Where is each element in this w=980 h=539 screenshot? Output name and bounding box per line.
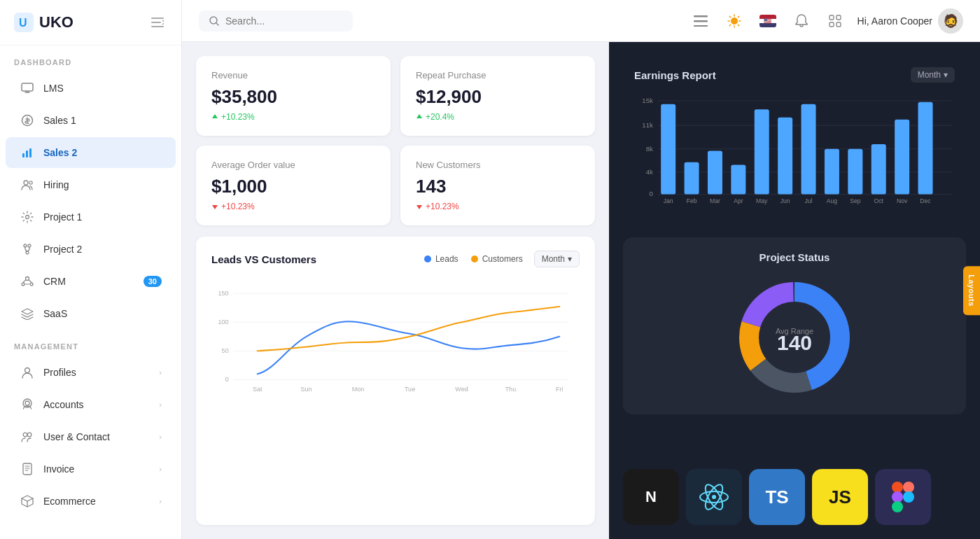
sidebar-item-saas[interactable]: SaaS	[6, 298, 176, 329]
grid-icon[interactable]	[824, 10, 846, 32]
project-status-title: Project Status	[760, 251, 830, 263]
svg-text:11k: 11k	[642, 121, 653, 129]
person-icon	[20, 365, 35, 380]
svg-text:May: May	[756, 197, 768, 204]
customers-change: +10.23%	[416, 202, 580, 211]
svg-text:Aug: Aug	[827, 197, 837, 204]
svg-text:Tue: Tue	[405, 386, 415, 393]
sidebar-item-profiles[interactable]: Profiles ›	[6, 357, 176, 388]
sidebar-item-usercontact[interactable]: User & Contact ›	[6, 421, 176, 452]
tech-logos: N TS JS	[623, 469, 966, 525]
repeat-label: Repeat Purchase	[416, 70, 580, 80]
sidebar-item-invoice[interactable]: Invoice ›	[6, 454, 176, 484]
sidebar-item-hiring[interactable]: Hiring	[6, 169, 176, 200]
box-icon	[20, 493, 35, 509]
accounts-label: Accounts	[43, 399, 150, 410]
sidebar-item-lms[interactable]: LMS	[6, 73, 176, 104]
saas-label: SaaS	[43, 308, 162, 319]
logo-icon: U	[14, 13, 34, 32]
sidebar-item-project1[interactable]: Project 1	[6, 202, 176, 232]
stat-card-order: Average Order value $1,000 +10.23%	[196, 146, 391, 225]
figma-logo	[875, 469, 931, 525]
svg-rect-61	[708, 151, 722, 195]
sidebar: U UKO DASHBOARD LMS Sales 1 Sales	[0, 0, 182, 539]
leads-dropdown-icon: ▾	[568, 254, 572, 264]
svg-point-12	[26, 216, 29, 219]
svg-rect-27	[694, 20, 708, 22]
svg-rect-9	[29, 148, 31, 158]
search-box[interactable]	[199, 10, 353, 31]
svg-text:Feb: Feb	[687, 197, 697, 204]
svg-rect-26	[694, 15, 708, 18]
svg-text:Oct: Oct	[874, 197, 884, 204]
leads-month-select[interactable]: Month ▾	[534, 251, 580, 267]
content: Revenue $35,800 +10.23% Repeat Purchase …	[182, 42, 980, 539]
order-value: $1,000	[211, 176, 375, 197]
svg-rect-67	[848, 149, 862, 195]
collapse-icon	[151, 18, 164, 27]
sidebar-item-crm[interactable]: CRM 30	[6, 266, 176, 297]
svg-rect-8	[26, 150, 28, 158]
leads-dot	[424, 255, 431, 262]
project-status-card: Project Status	[623, 237, 966, 414]
customers-label: New Customers	[416, 160, 580, 170]
account-icon	[20, 397, 35, 412]
avatar: 🧔	[938, 8, 963, 34]
down-arrow-icon	[211, 203, 218, 210]
sidebar-item-project2[interactable]: Project 2	[6, 234, 176, 265]
user-name: Hi, Aaron Cooper	[858, 15, 932, 27]
customers-legend-label: Customers	[482, 254, 523, 264]
profiles-arrow: ›	[159, 368, 162, 377]
user-info[interactable]: Hi, Aaron Cooper 🧔	[858, 8, 963, 34]
svg-text:Jun: Jun	[780, 197, 790, 204]
theme-icon[interactable]	[723, 10, 746, 32]
svg-text:Wed: Wed	[455, 386, 468, 393]
svg-point-11	[29, 181, 32, 184]
svg-rect-7	[22, 153, 24, 158]
svg-point-17	[22, 283, 24, 286]
project1-label: Project 1	[43, 211, 162, 223]
sidebar-item-ecommerce[interactable]: Ecommerce ›	[6, 486, 176, 517]
up-arrow-icon2	[416, 113, 423, 120]
leads-legend: Leads Customers	[424, 254, 523, 264]
svg-text:Fri: Fri	[556, 386, 564, 393]
nextjs-icon: N	[637, 483, 665, 511]
stat-cards: Revenue $35,800 +10.23% Repeat Purchase …	[196, 56, 595, 225]
svg-point-19	[25, 368, 30, 373]
svg-point-10	[24, 181, 28, 185]
collapse-button[interactable]	[148, 13, 167, 32]
main-area: 🇺🇸 Hi, Aaron Cooper 🧔 Revenue $35,800	[182, 0, 980, 539]
section-management-label: MANAGEMENT	[0, 330, 181, 356]
svg-rect-98	[903, 482, 914, 493]
repeat-value: $12,900	[416, 86, 580, 108]
svg-text:150: 150	[218, 290, 229, 297]
sidebar-item-sales2[interactable]: Sales 2	[6, 137, 176, 168]
earnings-month-label: Month	[918, 70, 941, 80]
fork-icon	[20, 241, 35, 257]
svg-text:8k: 8k	[646, 145, 653, 153]
invoice-arrow: ›	[159, 465, 162, 473]
earnings-month-select[interactable]: Month ▾	[911, 67, 955, 83]
figma-icon	[892, 482, 914, 512]
react-icon	[699, 482, 729, 512]
sidebar-item-sales1[interactable]: Sales 1	[6, 105, 176, 136]
revenue-change-val: +10.23%	[221, 112, 255, 122]
layers-icon	[20, 306, 35, 321]
earnings-dropdown-icon: ▾	[944, 70, 948, 80]
svg-rect-99	[892, 491, 903, 503]
svg-text:Sat: Sat	[253, 386, 262, 393]
project2-label: Project 2	[43, 244, 162, 255]
layouts-tab[interactable]: Layouts	[963, 266, 980, 315]
svg-rect-60	[685, 162, 699, 195]
svg-text:Jan: Jan	[664, 197, 673, 204]
repeat-change-val: +20.4%	[426, 112, 454, 122]
customers-dot	[471, 255, 478, 262]
sidebar-item-accounts[interactable]: Accounts ›	[6, 389, 176, 420]
svg-rect-64	[778, 118, 792, 195]
doc-icon	[20, 461, 35, 477]
search-input[interactable]	[225, 15, 323, 27]
flag-icon[interactable]: 🇺🇸	[757, 10, 779, 32]
notification-icon[interactable]	[790, 10, 813, 32]
crm-label: CRM	[43, 276, 135, 287]
menu-icon[interactable]	[690, 10, 712, 32]
